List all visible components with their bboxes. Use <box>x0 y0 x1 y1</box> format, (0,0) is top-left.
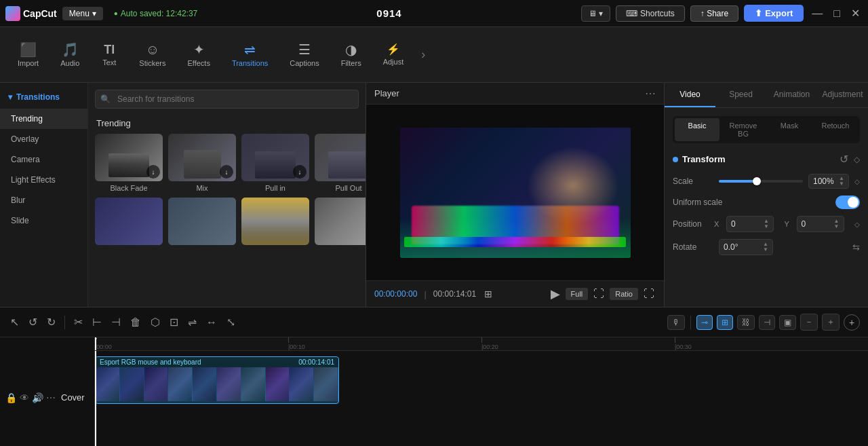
scale-stepper[interactable]: ▲ ▼ <box>839 176 844 187</box>
split-button[interactable]: ✂ <box>72 314 85 331</box>
video-clip[interactable]: Esport RGB mouse and keyboard 00:00:14:0… <box>95 356 339 404</box>
toolbar-import[interactable]: ⬛ Import <box>8 39 48 71</box>
tab-speed[interactable]: Speed <box>715 83 766 107</box>
rotate-value[interactable]: 0.0° ▲ ▼ <box>719 239 773 255</box>
unlink-button[interactable]: ⊣ <box>759 315 775 330</box>
uniform-scale-toggle[interactable] <box>835 196 860 209</box>
crop-button[interactable]: ⛶ <box>592 286 606 301</box>
transition-pull-in[interactable]: ↓ Pull in <box>241 134 309 192</box>
player-menu-button[interactable]: ⋯ <box>645 87 656 100</box>
position-y-value[interactable]: 0 ▲ ▼ <box>797 216 844 232</box>
toolbar-transitions[interactable]: ⇌ Transitions <box>222 39 277 71</box>
clip-frame-3 <box>144 367 169 401</box>
scale-slider[interactable] <box>719 180 803 183</box>
toolbar-effects[interactable]: ✦ Effects <box>178 39 219 71</box>
rotate-stepper[interactable]: ▲ ▼ <box>763 242 768 253</box>
transition-row2-2[interactable] <box>168 198 236 248</box>
shape-button[interactable]: ⬡ <box>149 314 162 331</box>
track-lock-icon[interactable]: 🔒 <box>5 392 17 403</box>
cursor-tool-button[interactable]: ↖ <box>8 314 21 331</box>
scale-slider-thumb[interactable] <box>753 177 761 185</box>
toolbar-expand-button[interactable]: › <box>418 48 428 62</box>
full-view-button[interactable]: Full <box>566 288 589 300</box>
undo-button[interactable]: ↺ <box>26 314 39 331</box>
position-y-stepper[interactable]: ▲ ▼ <box>834 219 840 229</box>
shortcuts-button[interactable]: ⌨ Shortcuts <box>616 5 685 22</box>
pos-y-down-button[interactable]: ▼ <box>834 224 840 229</box>
subtab-basic[interactable]: Basic <box>675 118 719 141</box>
delete-button[interactable]: 🗑 <box>128 314 143 331</box>
rotate-flip-icon[interactable]: ⇆ <box>852 242 860 253</box>
timeline-grid-button[interactable]: ⊞ <box>483 287 494 301</box>
transitions-sidebar: Transitions Trending Overlay Camera Ligh… <box>0 83 88 307</box>
monitor-button[interactable]: 🖥 ▾ <box>581 5 610 22</box>
track-more-icon[interactable]: ⋯ <box>46 392 56 403</box>
transition-mix[interactable]: ↓ Mix <box>168 134 236 192</box>
transition-row2-4[interactable] <box>315 198 366 248</box>
trim-button[interactable]: ⊣ <box>109 314 123 331</box>
ruler-spacer <box>0 337 94 350</box>
menu-button[interactable]: Menu ▾ <box>62 7 103 20</box>
redo-button[interactable]: ↻ <box>45 314 58 331</box>
scale-keyframe-icon[interactable]: ◇ <box>854 178 860 185</box>
toolbar-adjust[interactable]: ⚡ Adjust <box>374 40 414 70</box>
magnet-button[interactable]: ⊞ <box>717 315 733 330</box>
toolbar-filters[interactable]: ◑ Filters <box>332 39 371 71</box>
position-keyframe-icon[interactable]: ◇ <box>854 221 860 228</box>
sidebar-item-trending[interactable]: Trending <box>0 109 87 129</box>
search-input[interactable] <box>95 90 359 109</box>
close-button[interactable]: ✕ <box>848 7 863 20</box>
export-button[interactable]: ⬆ Export <box>744 5 804 22</box>
position-x-value[interactable]: 0 ▲ ▼ <box>726 216 774 232</box>
subtab-retouch[interactable]: Retouch <box>813 118 858 141</box>
minimize-button[interactable]: — <box>809 7 825 20</box>
link-button[interactable]: ⛓ <box>737 315 755 330</box>
zoom-out-button[interactable]: － <box>800 314 818 331</box>
rotate-down-button[interactable]: ▼ <box>763 247 768 253</box>
split-2-button[interactable]: ⊢ <box>90 314 104 331</box>
scale-tl-button[interactable]: ⤡ <box>224 314 237 331</box>
fullscreen-button[interactable]: ⛶ <box>642 286 656 301</box>
transform-tl-button[interactable]: ↔ <box>204 314 219 331</box>
download-icon-mix: ↓ <box>220 165 233 179</box>
transform-reset-button[interactable]: ↺ <box>840 153 848 166</box>
sidebar-item-light-effects[interactable]: Light Effects <box>0 170 87 190</box>
transition-row2-3[interactable] <box>241 198 309 248</box>
track-audio-icon[interactable]: 🔊 <box>32 392 43 403</box>
mic-button[interactable]: 🎙 <box>667 315 685 330</box>
transform-keyframe-button[interactable]: ◇ <box>854 153 860 166</box>
maximize-button[interactable]: □ <box>831 7 843 20</box>
tab-animation[interactable]: Animation <box>766 83 817 107</box>
player-panel: Player ⋯ 00:00:00:00 | 00:00:14:01 ⊞ ▶ F… <box>366 83 665 307</box>
sidebar-item-camera[interactable]: Camera <box>0 149 87 170</box>
toolbar-text[interactable]: TI Text <box>92 39 127 71</box>
sidebar-item-slide[interactable]: Slide <box>0 210 87 231</box>
preview-button[interactable]: ▣ <box>779 315 796 330</box>
toolbar-captions[interactable]: ☰ Captions <box>280 39 328 71</box>
tab-adjustment[interactable]: Adjustment <box>817 83 868 107</box>
flip-button[interactable]: ⇌ <box>186 314 199 331</box>
toolbar-audio[interactable]: 🎵 Audio <box>51 39 89 71</box>
add-track-button[interactable]: + <box>844 314 860 331</box>
subtab-mask[interactable]: Mask <box>767 118 812 141</box>
track-visibility-icon[interactable]: 👁 <box>20 392 29 403</box>
play-button[interactable]: ▶ <box>549 285 561 303</box>
scale-value[interactable]: 100% ▲ ▼ <box>808 174 849 189</box>
toolbar-stickers[interactable]: ☺ Stickers <box>130 39 175 71</box>
transition-row2-1[interactable] <box>95 198 163 248</box>
tab-video[interactable]: Video <box>665 83 715 107</box>
position-label: Position <box>673 219 710 229</box>
transition-pull-out[interactable]: ↓ Pull Out <box>315 134 366 192</box>
clip-link-button[interactable]: ⊸ <box>696 315 713 330</box>
position-x-stepper[interactable]: ▲ ▼ <box>764 219 769 229</box>
transition-black-fade[interactable]: ↓ Black Fade <box>95 134 163 192</box>
scale-down-button[interactable]: ▼ <box>839 181 844 187</box>
share-button[interactable]: ↑ Share <box>690 5 738 22</box>
sidebar-item-overlay[interactable]: Overlay <box>0 129 87 149</box>
crop-tl-button[interactable]: ⊡ <box>167 314 180 331</box>
zoom-in-button[interactable]: ＋ <box>822 314 840 331</box>
ratio-button[interactable]: Ratio <box>610 288 638 300</box>
pos-x-down-button[interactable]: ▼ <box>764 224 769 229</box>
sidebar-item-blur[interactable]: Blur <box>0 190 87 210</box>
subtab-remove-bg[interactable]: Remove BG <box>721 118 766 141</box>
